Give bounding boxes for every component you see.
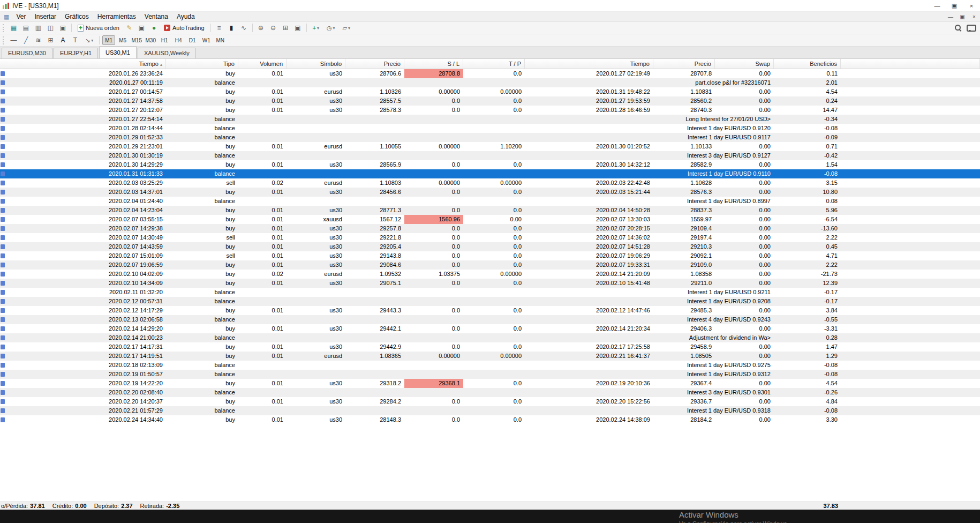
profiles-icon[interactable]: ▤ xyxy=(20,23,32,33)
trendline-icon[interactable]: ╱ xyxy=(20,35,32,46)
timeframe-mn[interactable]: MN xyxy=(214,35,227,45)
column-header-profit[interactable]: Beneficios xyxy=(774,59,841,69)
history-row-buy[interactable]: 2020.01.27 14:37:58buy0.01us3028557.50.0… xyxy=(0,96,980,106)
chart-close-button[interactable]: × xyxy=(968,14,980,20)
tab-us30-m1[interactable]: US30,M1 xyxy=(99,46,137,58)
line-chart-icon[interactable]: ∿ xyxy=(238,23,250,33)
terminal-icon[interactable]: ▣ xyxy=(57,23,69,33)
history-row-buy[interactable]: 2020.02.17 14:19:51buy0.01eurusd1.083650… xyxy=(0,352,980,361)
tab-xauusd-weekly[interactable]: XAUUSD,Weekly xyxy=(138,48,196,58)
history-row-buy[interactable]: 2020.02.07 14:29:38buy0.01us3029257.80.0… xyxy=(0,224,980,233)
restore-button[interactable]: ▣ xyxy=(946,0,963,11)
periods-dropdown[interactable]: ◷ ▾ xyxy=(323,23,338,33)
column-header-symbol[interactable]: Símbolo xyxy=(287,59,345,69)
history-row-buy[interactable]: 2020.02.04 14:23:04buy0.01us3028771.30.0… xyxy=(0,206,980,215)
history-row-balance[interactable]: 2020.01.27 00:11:19balancepart.close p&l… xyxy=(0,78,980,87)
horizontal-line-icon[interactable]: — xyxy=(8,35,19,46)
history-row-buy[interactable]: 2020.01.26 23:36:24buy0.01us3028706.6287… xyxy=(0,69,980,78)
history-row-buy[interactable]: 2020.02.07 14:43:59buy0.01us3029205.40.0… xyxy=(0,242,980,251)
shapes-icon[interactable]: ⊞ xyxy=(45,35,56,46)
timeframe-m1[interactable]: M1 xyxy=(102,35,115,45)
timeframe-m15[interactable]: M15 xyxy=(130,35,143,45)
history-row-balance[interactable]: 2020.02.14 21:00:23balanceAdjustment for… xyxy=(0,333,980,342)
history-row-balance[interactable]: 2020.01.29 01:52:33balanceInterest 1 day… xyxy=(0,133,980,142)
menu-ventana[interactable]: Ventana xyxy=(140,13,172,20)
column-header-close-price[interactable]: Precio xyxy=(653,59,715,69)
history-row-buy[interactable]: 2020.01.29 21:23:01buy0.01eurusd1.100550… xyxy=(0,142,980,151)
text-tool-icon[interactable]: A xyxy=(57,35,69,46)
autotrading-button[interactable]: AutoTrading xyxy=(161,23,208,33)
zoom-in-icon[interactable]: ⊕ xyxy=(255,23,267,33)
column-header-type[interactable]: Tipo xyxy=(166,59,238,69)
history-row-buy[interactable]: 2020.01.27 00:14:57buy0.01eurusd1.103260… xyxy=(0,87,980,96)
chat-icon[interactable] xyxy=(967,24,975,32)
history-row-balance[interactable]: 2020.01.30 01:30:19balanceInterest 3 day… xyxy=(0,151,980,160)
timeframe-m30[interactable]: M30 xyxy=(144,35,157,45)
tab-eurjpy-h1[interactable]: EURJPY,H1 xyxy=(54,48,98,58)
new-chart-icon[interactable]: ▦ xyxy=(8,23,19,33)
zoom-out-icon[interactable]: ⊖ xyxy=(268,23,279,33)
minimize-button[interactable]: — xyxy=(929,0,946,11)
history-row-balance[interactable]: 2020.02.20 02:08:40balanceInterest 3 day… xyxy=(0,388,980,397)
column-header-open-time[interactable]: Tiempo▴ xyxy=(0,59,166,69)
timeframe-h4[interactable]: H4 xyxy=(172,35,185,45)
history-row-buy[interactable]: 2020.02.19 14:22:20buy0.01us3029318.2293… xyxy=(0,379,980,388)
navigator-icon[interactable]: ◫ xyxy=(45,23,56,33)
fibonacci-icon[interactable]: ≋ xyxy=(33,35,44,46)
history-row-balance[interactable]: 2020.01.27 22:54:14balanceLong Interest … xyxy=(0,115,980,124)
history-row-balance[interactable]: 2020.02.21 01:57:29balanceInterest 1 day… xyxy=(0,406,980,415)
tab-eurusd-m30[interactable]: EURUSD,M30 xyxy=(2,48,52,58)
timeframe-m5[interactable]: M5 xyxy=(116,35,129,45)
timeframe-h1[interactable]: H1 xyxy=(158,35,171,45)
history-row-balance[interactable]: 2020.02.04 01:24:40balanceInterest 1 day… xyxy=(0,197,980,206)
market-watch-icon[interactable]: ▥ xyxy=(33,23,44,33)
history-row-balance[interactable]: 2020.01.31 01:31:33balanceInterest 1 day… xyxy=(0,169,980,178)
history-row-buy[interactable]: 2020.02.17 14:17:31buy0.01us3029442.90.0… xyxy=(0,342,980,352)
templates-dropdown[interactable]: ▱ ▾ xyxy=(340,23,353,33)
menu-graficos[interactable]: Gráficos xyxy=(61,13,93,20)
history-row-buy[interactable]: 2020.02.12 14:17:29buy0.01us3029443.30.0… xyxy=(0,306,980,315)
auto-arrange-icon[interactable]: ▣ xyxy=(292,23,304,33)
indicators-dropdown[interactable]: + ▾ xyxy=(310,23,322,33)
history-row-buy[interactable]: 2020.02.14 14:29:20buy0.01us3029442.10.0… xyxy=(0,324,980,333)
history-row-buy[interactable]: 2020.02.10 04:02:09buy0.02eurusd1.095321… xyxy=(0,270,980,279)
text-label-icon[interactable]: T xyxy=(70,35,81,46)
metaeditor-icon[interactable]: ✎ xyxy=(124,23,135,33)
arrows-dropdown[interactable]: ↘ ▾ xyxy=(82,35,96,46)
column-header-close-time[interactable]: Tiempo xyxy=(525,59,653,69)
history-row-sell[interactable]: 2020.02.07 15:01:09sell0.01us3029143.80.… xyxy=(0,251,980,260)
column-header-swap[interactable]: Swap xyxy=(715,59,774,69)
chart-restore-button[interactable]: ▣ xyxy=(956,14,968,20)
history-row-balance[interactable]: 2020.02.12 00:57:31balanceInterest 1 day… xyxy=(0,297,980,306)
history-row-buy[interactable]: 2020.01.27 20:12:07buy0.01us3028578.30.0… xyxy=(0,106,980,115)
bar-chart-icon[interactable]: ≡ xyxy=(214,23,225,33)
search-icon[interactable] xyxy=(954,24,962,32)
column-header-open-price[interactable]: Precio xyxy=(345,59,404,69)
timeframe-w1[interactable]: W1 xyxy=(200,35,213,45)
close-button[interactable]: × xyxy=(963,0,980,11)
new-order-button[interactable]: Nueva orden xyxy=(74,23,123,33)
column-header-stop-loss[interactable]: S / L xyxy=(404,59,463,69)
history-row-buy[interactable]: 2020.02.07 19:06:59buy0.01us3029084.60.0… xyxy=(0,260,980,270)
history-row-buy[interactable]: 2020.02.07 03:55:15buy0.01xauusd1567.121… xyxy=(0,215,980,224)
history-row-balance[interactable]: 2020.02.18 02:13:09balanceInterest 1 day… xyxy=(0,361,980,370)
history-row-sell[interactable]: 2020.02.03 03:25:29sell0.02eurusd1.10803… xyxy=(0,178,980,188)
column-header-take-profit[interactable]: T / P xyxy=(463,59,525,69)
menu-ver[interactable]: Ver xyxy=(12,13,30,20)
menu-herramientas[interactable]: Herramientas xyxy=(93,13,140,20)
chart-minimize-button[interactable]: — xyxy=(945,14,956,20)
history-row-buy[interactable]: 2020.01.30 14:29:29buy0.01us3028565.90.0… xyxy=(0,160,980,169)
menu-insertar[interactable]: Insertar xyxy=(30,13,61,20)
history-row-buy[interactable]: 2020.02.20 14:20:37buy0.01us3029284.20.0… xyxy=(0,397,980,406)
strategy-tester-icon[interactable]: ▣ xyxy=(136,23,147,33)
history-row-buy[interactable]: 2020.02.03 14:37:01buy0.01us3028456.60.0… xyxy=(0,188,980,197)
history-row-balance[interactable]: 2020.02.13 02:06:58balanceInterest 4 day… xyxy=(0,315,980,324)
history-row-balance[interactable]: 2020.01.28 02:14:44balanceInterest 1 day… xyxy=(0,124,980,133)
tile-windows-icon[interactable]: ⊞ xyxy=(280,23,291,33)
history-row-balance[interactable]: 2020.02.11 01:32:20balanceInterest 1 day… xyxy=(0,288,980,297)
history-row-buy[interactable]: 2020.02.24 14:34:40buy0.01us3028148.30.0… xyxy=(0,415,980,424)
menu-ayuda[interactable]: Ayuda xyxy=(172,13,199,20)
column-header-volume[interactable]: Volumen xyxy=(238,59,287,69)
candlestick-chart-icon[interactable]: ▮ xyxy=(226,23,237,33)
algo-trading-status-icon[interactable]: ● xyxy=(148,23,160,33)
